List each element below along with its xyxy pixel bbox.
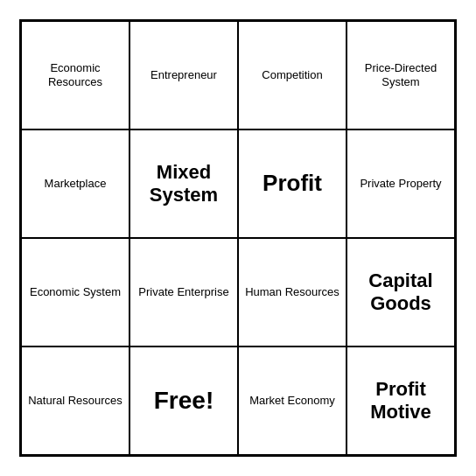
bingo-cell-r0c1: Entrepreneur [130, 21, 238, 130]
bingo-cell-r1c0: Marketplace [21, 130, 130, 238]
bingo-cell-r0c3: Price-Directed System [346, 21, 455, 130]
bingo-cell-r2c1: Private Enterprise [130, 238, 238, 346]
bingo-cell-r1c1: Mixed System [130, 130, 238, 238]
bingo-cell-r3c1: Free! [130, 346, 238, 455]
bingo-cell-r1c3: Private Property [346, 130, 455, 238]
bingo-cell-r0c2: Competition [238, 21, 346, 130]
bingo-cell-r2c2: Human Resources [238, 238, 346, 346]
bingo-cell-r2c0: Economic System [21, 238, 130, 346]
bingo-cell-r0c0: Economic Resources [21, 21, 130, 130]
bingo-cell-r3c2: Market Economy [238, 346, 346, 455]
bingo-cell-r3c0: Natural Resources [21, 346, 130, 455]
bingo-card: Economic ResourcesEntrepreneurCompetitio… [19, 19, 457, 457]
bingo-cell-r1c2: Profit [238, 130, 346, 238]
bingo-cell-r3c3: Profit Motive [346, 346, 455, 455]
bingo-cell-r2c3: Capital Goods [346, 238, 455, 346]
